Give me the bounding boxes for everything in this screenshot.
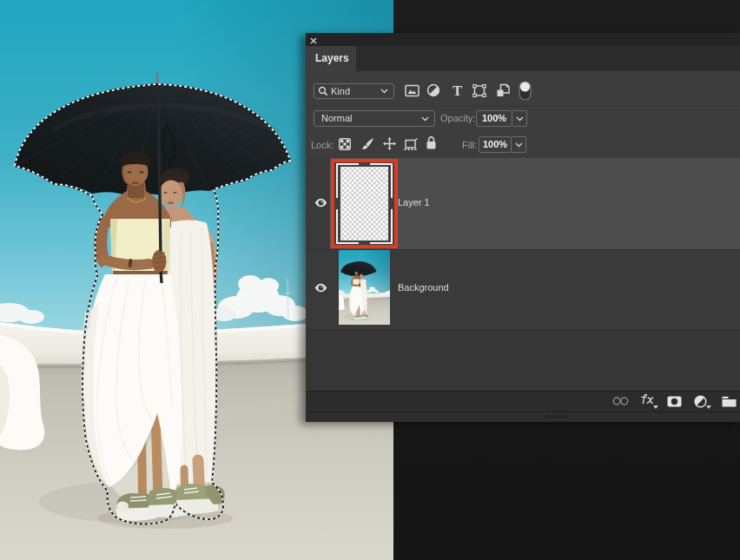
svg-text:T: T — [453, 84, 462, 97]
